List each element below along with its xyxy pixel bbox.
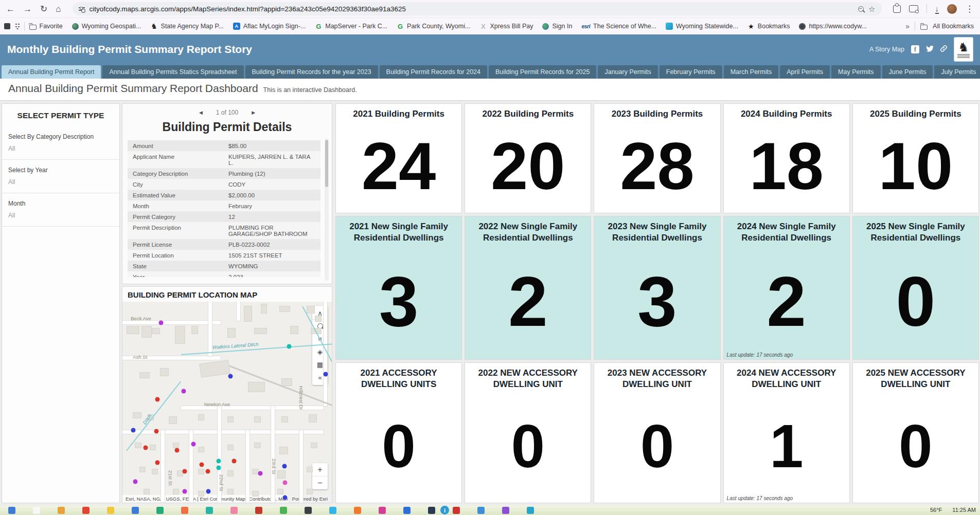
permit-location-dot[interactable] [182, 389, 186, 393]
share-link-icon[interactable] [940, 45, 948, 54]
tab-12[interactable]: July Permits [934, 65, 980, 79]
facebook-icon[interactable]: f [911, 45, 919, 53]
permit-location-dot[interactable] [191, 442, 195, 446]
back-icon[interactable]: ← [6, 5, 15, 13]
bookmarks-overflow-icon[interactable]: » [905, 23, 910, 30]
map-canvas[interactable]: ∧≡◈▦« + − Esri, NASA, NGA, USGS, FEMA | … [122, 302, 332, 503]
permit-location-dot[interactable] [183, 489, 187, 494]
prev-page-icon[interactable]: ◀ [199, 110, 203, 115]
filter-group[interactable]: Select by YearAll [2, 160, 119, 193]
tab-5[interactable]: Building Permit Records for 2025 [489, 65, 596, 79]
taskbar-app-icon[interactable] [305, 507, 312, 514]
bookmark-item[interactable]: AAflac MyLogin Sign-... [228, 21, 311, 32]
profile-avatar[interactable] [947, 4, 957, 14]
permit-location-dot[interactable] [133, 479, 137, 484]
permit-location-dot[interactable] [228, 374, 233, 378]
site-settings-icon[interactable] [79, 6, 85, 12]
taskbar-app-icon[interactable] [82, 507, 90, 514]
details-scrollbar[interactable] [325, 139, 329, 281]
city-of-cody-logo[interactable]: ♞ [954, 38, 973, 61]
taskbar-app-icon[interactable] [255, 507, 262, 514]
tab-11[interactable]: June Permits [882, 65, 933, 79]
tab-4[interactable]: Building Permit Records for 2024 [380, 65, 487, 79]
bookmark-item[interactable]: Wyoming Statewide... [661, 21, 743, 32]
permit-location-dot[interactable] [287, 344, 291, 349]
permit-location-dot[interactable] [199, 462, 204, 467]
taskbar-app-icon[interactable] [132, 507, 139, 514]
taskbar-app-icon[interactable] [58, 507, 65, 514]
tab-8[interactable]: March Permits [724, 65, 779, 79]
taskbar-app-icon[interactable] [156, 507, 164, 514]
taskbar-clock[interactable]: 11:25 AM [952, 507, 976, 513]
filter-group[interactable]: MonthAll [2, 193, 119, 227]
bookmark-item[interactable]: https://www.codyw... [794, 21, 871, 32]
reload-icon[interactable]: ↻ [40, 5, 47, 13]
bookmark-item[interactable]: GMapServer - Park C... [310, 21, 392, 32]
permit-location-dot[interactable] [282, 464, 287, 468]
permit-location-dot[interactable] [159, 321, 164, 325]
tab-7[interactable]: February Permits [660, 65, 722, 79]
taskbar-app-icon[interactable] [379, 507, 386, 514]
zoom-in-button[interactable]: + [312, 463, 328, 476]
taskbar-app-icon[interactable] [477, 507, 485, 514]
permit-location-dot[interactable] [258, 471, 263, 475]
taskbar-app-icon[interactable] [403, 507, 411, 514]
tab-1[interactable]: Annual Building Permit Report [2, 65, 101, 79]
tab-10[interactable]: May Permits [831, 65, 880, 79]
pinned-site-icon[interactable] [4, 23, 10, 29]
bookmark-item[interactable]: ♞State Agency Map P... [146, 21, 228, 32]
permit-location-dot[interactable] [323, 372, 328, 376]
downloads-icon[interactable]: ↓ [935, 5, 939, 13]
extensions-icon[interactable] [893, 5, 901, 13]
apps-grid-icon[interactable] [15, 24, 17, 25]
details-scrollbar-thumb[interactable] [325, 140, 328, 187]
permit-location-dot[interactable] [154, 429, 158, 433]
permit-location-dot[interactable] [131, 428, 135, 432]
taskbar-app-icon[interactable] [329, 507, 336, 514]
home-icon[interactable]: ⌂ [56, 5, 61, 13]
permit-location-dot[interactable] [206, 489, 210, 494]
taskbar-app-icon[interactable] [107, 507, 114, 514]
permit-location-dot[interactable] [282, 480, 287, 485]
taskbar-app-icon[interactable] [527, 507, 534, 514]
permit-location-dot[interactable] [183, 469, 187, 473]
address-bar[interactable]: cityofcody.maps.arcgis.com/apps/MapSerie… [73, 2, 882, 15]
taskbar-app-icon[interactable] [428, 507, 435, 514]
url-text[interactable]: cityofcody.maps.arcgis.com/apps/MapSerie… [90, 5, 854, 13]
taskbar-app-icon[interactable] [181, 507, 188, 514]
permit-location-dot[interactable] [143, 445, 148, 450]
permit-location-dot[interactable] [231, 458, 236, 463]
twitter-icon[interactable] [925, 44, 934, 54]
all-bookmarks-label[interactable]: All Bookmarks [933, 23, 974, 30]
tab-3[interactable]: Building Permit Records for the year 202… [245, 65, 378, 79]
filter-group[interactable]: Select By Category DescriptionAll [2, 126, 119, 160]
menu-kebab-icon[interactable]: ⋮ [965, 5, 974, 13]
permit-location-dot[interactable] [216, 458, 221, 463]
bookmark-item[interactable]: ★Bookmarks [743, 21, 795, 32]
taskbar-app-icon[interactable] [8, 507, 15, 514]
taskbar-app-icon[interactable] [230, 507, 238, 514]
permit-location-dot[interactable] [216, 465, 221, 470]
bookmark-item[interactable]: esriThe Science of Whe... [577, 21, 661, 32]
next-page-icon[interactable]: ▶ [252, 110, 255, 115]
forward-icon[interactable]: → [23, 5, 32, 13]
bookmark-item[interactable]: Sign In [538, 21, 577, 32]
tab-2[interactable]: Annual Building Permits Statics Spreadsh… [102, 65, 243, 79]
taskbar-app-icon[interactable] [280, 507, 287, 514]
permit-location-dot[interactable] [282, 495, 287, 500]
taskbar-app-icon[interactable] [206, 507, 213, 514]
taskbar-app-icon[interactable] [33, 507, 40, 514]
permit-location-dot[interactable] [205, 469, 210, 473]
permit-location-dot[interactable] [155, 397, 159, 402]
bookmark-star-icon[interactable]: ☆ [868, 5, 875, 13]
info-app-icon[interactable]: i [440, 506, 449, 514]
tab-6[interactable]: January Permits [598, 65, 657, 79]
side-panel-icon[interactable] [909, 5, 918, 12]
zoom-level-icon[interactable] [858, 6, 864, 12]
taskbar-app-icon[interactable] [354, 507, 361, 514]
bookmark-item[interactable]: Wyoming Geospati... [67, 21, 146, 32]
bookmark-item[interactable]: GPark County, Wyomi... [392, 21, 475, 32]
taskbar-app-icon[interactable] [453, 507, 460, 514]
bookmark-item[interactable]: XXpress Bill Pay [475, 21, 538, 32]
tab-9[interactable]: April Permits [780, 65, 830, 79]
